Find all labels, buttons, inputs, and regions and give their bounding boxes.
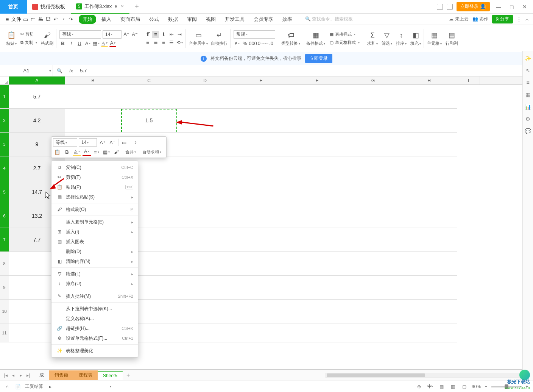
more-menu-icon[interactable]: ⋮ [517,17,521,22]
view-pagelayout-icon[interactable]: ▥ [449,383,457,390]
status-salary-label[interactable]: 工资结算 [25,383,43,390]
side-comment-icon[interactable]: 💬 [525,128,531,134]
paste-button[interactable]: 📋粘贴 [6,31,17,46]
mini-shrink-button[interactable]: A⁻ [108,138,117,147]
ctx-insert-copied[interactable]: 插入复制单元格(E)▸ [51,217,138,227]
undo-dd[interactable] [60,16,67,23]
cell-D6[interactable] [177,204,233,228]
cell-B2[interactable] [65,109,121,133]
number-format-select[interactable]: 常规 [234,30,275,39]
mini-grow-button[interactable]: A⁺ [98,138,107,147]
ctx-clear[interactable]: ◧清除内容(N)▸ [51,256,138,266]
scrollbar-thumb[interactable] [327,373,425,377]
row-header-2[interactable]: 2 [0,109,9,133]
cell-E9[interactable] [233,276,289,300]
align-center-icon[interactable]: ≣ [152,39,159,46]
italic-button[interactable]: I [68,40,75,47]
add-sheet-button[interactable]: + [123,370,134,380]
sheet-tab-sheet5[interactable]: Sheet5 [98,371,123,380]
file-menu[interactable]: 文件 [11,16,21,23]
lang-icon[interactable]: 中· [426,383,435,390]
redo-icon[interactable]: ↷ [67,16,74,23]
cell-button[interactable]: ▦单元格 [427,31,442,46]
cell-H11[interactable] [401,323,457,342]
ctx-hyperlink[interactable]: 🔗超链接(H)...Ctrl+K [51,323,138,333]
col-header-F[interactable]: F [289,77,345,84]
mini-painter-button[interactable]: 🖌 [112,148,120,156]
cut-button[interactable]: ✂剪切 [19,31,39,38]
save-icon[interactable]: 🖶 [37,16,44,23]
font-more-button[interactable]: A [84,40,91,47]
row-header-5[interactable]: 5 [0,180,9,204]
font-name-select[interactable]: 等线 [59,30,101,39]
sum-button[interactable]: Σ求和 [367,31,378,46]
layout-icon-1[interactable] [437,4,443,10]
cell-G9[interactable] [345,276,401,300]
ctx-insert[interactable]: ⊞插入(I)▸ [51,227,138,237]
close-tab-icon[interactable]: ✕ [121,4,124,8]
ctx-cut[interactable]: ✂剪切(T)Ctrl+X [51,172,138,182]
fill-button[interactable]: ◧填充 [410,31,421,46]
workbook-tab[interactable]: S工作簿3.xlsx✕ [71,0,129,14]
mini-fontcolor-button[interactable]: A [83,148,91,156]
cell-style-button[interactable]: ▢单元格样式 [328,39,361,46]
copy-button[interactable]: ⧉复制 [19,39,39,46]
mini-sum-icon[interactable]: Σ [132,138,140,147]
wrap-text-button[interactable]: ↵自动换行 [211,31,228,46]
cell-G8[interactable] [345,252,401,276]
mini-merge-icon[interactable]: ▭ [120,138,128,147]
mini-font-select[interactable]: 等线 [53,138,77,147]
row-header-7[interactable]: 7 [0,228,9,252]
col-header-D[interactable]: D [177,77,233,84]
cell-D1[interactable] [177,85,233,109]
ctx-paste-special[interactable]: ▤选择性粘贴(S)▸ [51,192,138,202]
ctx-paste[interactable]: 📋粘贴(P)123 [51,182,138,192]
horizontal-scrollbar[interactable] [326,373,522,378]
cell-E8[interactable] [233,252,289,276]
menu-layout[interactable]: 页面布局 [117,15,144,24]
underline-button[interactable]: U [76,40,83,47]
cell-G4[interactable] [345,156,401,180]
cell-D4[interactable] [177,156,233,180]
cell-E7[interactable] [233,228,289,252]
ctx-table-beautify[interactable]: ✨表格整理美化 [51,346,138,356]
cell-H6[interactable] [401,204,457,228]
cloud-status[interactable]: ☁ 未上云 [449,16,468,22]
menu-insert[interactable]: 插入 [98,15,115,24]
cell-D10[interactable] [177,300,233,323]
view-pagebreak-icon[interactable]: ▢ [460,383,469,390]
col-header-H[interactable]: H [401,77,457,84]
zoom-label[interactable]: 90% [472,384,481,389]
border-button[interactable]: ▦ [93,40,100,47]
cell-E11[interactable] [233,323,289,342]
cond-format-button[interactable]: ▦条件格式 [306,31,325,46]
cell-G2[interactable] [345,109,401,133]
cell-D8[interactable] [177,252,233,276]
col-header-G[interactable]: G [345,77,401,84]
align-left-icon[interactable]: ≡ [144,39,151,46]
share-button[interactable]: ⎘ 分享 [492,15,513,23]
cell-F8[interactable] [289,252,345,276]
menu-data[interactable]: 数据 [164,15,182,24]
new-icon[interactable]: ▭ [22,16,29,23]
cell-E1[interactable] [233,85,289,109]
login-button[interactable]: 立即登录👤 [457,2,490,11]
align-top-icon[interactable]: ⬆̅ [144,31,151,38]
docker-tab[interactable]: 找稻壳模板 [27,0,71,14]
currency-icon[interactable]: ¥ [234,40,240,47]
close-window-button[interactable]: ✕ [520,4,529,10]
col-header-A[interactable]: A [9,77,65,84]
ctx-comment[interactable]: ✎插入批注(M)Shift+F2 [51,291,138,301]
cell-A2[interactable]: 4.2 [9,109,65,133]
dec-inc-icon[interactable]: .0→ [257,40,264,47]
cell-H10[interactable] [401,300,457,323]
cell-F11[interactable] [289,323,345,342]
cell-D11[interactable] [177,323,233,342]
ctx-filter[interactable]: ▽筛选(L)▸ [51,269,138,279]
cell-F9[interactable] [289,276,345,300]
ctx-copy[interactable]: ⧉复制(C)Ctrl+C [51,162,138,172]
cell-C1[interactable] [121,85,177,109]
cell-D7[interactable] [177,228,233,252]
sheet-prev-icon[interactable]: ◂ [10,373,17,378]
sheet-tab-sales[interactable]: 销售额 [49,370,73,380]
